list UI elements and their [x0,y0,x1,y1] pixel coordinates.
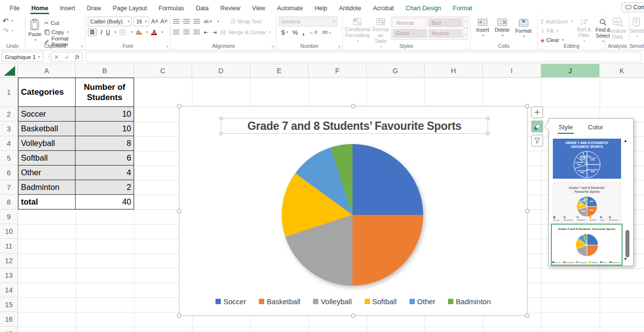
cell-B4[interactable]: 8 [76,136,134,151]
analyze-data-button[interactable]: Analyze Data [606,16,629,40]
pie-slice-basketball[interactable] [352,215,423,286]
bold-button[interactable]: B [88,28,97,36]
underline-button[interactable]: U [106,29,110,36]
currency-button[interactable]: $ [281,29,285,36]
row-header-15[interactable]: 15 [0,297,18,312]
undo-icon[interactable]: ↶ [2,17,9,25]
cell-A6[interactable]: Other [18,166,76,180]
tab-data[interactable]: Data [190,3,215,15]
tab-draw[interactable]: Draw [81,3,107,15]
cut-button[interactable]: ✂Cut [44,19,83,27]
insert-function-icon[interactable]: fx [75,53,79,61]
decrease-font-icon[interactable]: A˅ [160,18,168,25]
cell-B2[interactable]: 10 [76,107,134,122]
style-chip-neutral[interactable]: Neutral [428,29,463,38]
row-header-13[interactable]: 13 [0,268,18,283]
font-size-combo[interactable]: 16▾ [134,17,149,26]
gallery-more-icon[interactable]: ▾ [465,33,467,37]
scrollbar-up-icon[interactable]: ▲ [624,139,627,143]
redo-icon[interactable]: ↷ [2,26,9,35]
cell-B7[interactable]: 2 [76,180,134,195]
chart-elements-button[interactable] [531,106,543,118]
column-header-D[interactable]: D [192,64,250,78]
sensitivity-button[interactable]: Sensit▾ [629,16,644,39]
tab-home[interactable]: Home [25,3,54,15]
title-handle[interactable] [486,132,489,135]
align-center-icon[interactable] [183,30,190,35]
cell-A7[interactable]: Badminton [18,180,76,195]
clipboard-dialog-launcher[interactable]: ↘ [80,44,83,48]
decrease-indent-icon[interactable]: ⇤ [204,29,208,36]
title-handle[interactable] [219,117,223,120]
alignment-dialog-launcher[interactable]: ↘ [271,44,274,48]
column-header-K[interactable]: K [600,64,644,78]
column-header-A[interactable]: A [18,64,76,78]
legend-item-other[interactable]: Other [410,297,436,306]
pie-slice-basketball[interactable] [587,245,598,256]
column-header-G[interactable]: G [367,64,425,78]
row-header-12[interactable]: 12 [0,253,18,268]
font-color-button[interactable]: A [151,29,157,35]
chart-handle[interactable] [525,104,529,108]
row-header-8[interactable]: 8 [0,195,18,209]
tab-page-layout[interactable]: Page Layout [107,3,153,15]
number-format-combo[interactable]: General▾ [279,17,337,26]
legend-item-volleyball[interactable]: Volleyball [313,297,351,306]
fill-color-button[interactable] [136,30,142,35]
tab-file[interactable]: File [4,3,25,15]
tab-view[interactable]: View [246,3,271,15]
tab-acrobat[interactable]: Acrobat [367,3,400,15]
column-header-J[interactable]: J [541,64,600,78]
cell-A2[interactable]: Soccer [18,107,76,122]
decrease-decimal-button[interactable]: .00→ [321,30,332,35]
title-handle[interactable] [219,132,223,135]
column-header-I[interactable]: I [483,64,541,78]
cell-B5[interactable]: 6 [76,151,134,166]
tab-style[interactable]: Style [559,124,573,131]
merge-center-button[interactable]: Merge & Center▾ [220,29,271,35]
tab-formulas[interactable]: Formulas [153,3,190,15]
row-header-17[interactable]: 17 [0,327,18,332]
pie-slice-soccer[interactable] [352,144,423,215]
style-chip-bad[interactable]: Bad [428,18,463,27]
style-chip-normal[interactable]: Normal [392,18,427,27]
legend-item-badminton[interactable]: Badminton [448,297,491,306]
chart-filters-button[interactable] [531,135,543,146]
autosum-button[interactable]: ΣAutoSum▾ [541,18,573,25]
row-header-5[interactable]: 5 [0,151,18,166]
style-thumbnail-3-selected[interactable]: Grade 7 and 8 Students’ Favourite Sports… [551,224,623,266]
tab-chart-design[interactable]: Chart Design [400,3,447,15]
comma-style-button[interactable]: , [302,28,304,37]
tab-format[interactable]: Format [447,3,478,15]
scrollbar-down-icon[interactable]: ▼ [624,257,627,261]
chart-legend[interactable]: SoccerBasketballVolleyballSoftballOtherB… [179,297,527,306]
gallery-up-icon[interactable]: ▴ [465,19,467,22]
row-header-6[interactable]: 6 [0,166,18,180]
wrap-text-button[interactable]: Wrap Text [231,19,261,24]
delete-cells-button[interactable]: Delete▾ [495,17,509,39]
increase-indent-icon[interactable]: ⇥ [212,29,216,36]
italic-button[interactable]: I [100,28,102,36]
pie-chart[interactable] [280,143,425,287]
tab-review[interactable]: Review [215,3,246,15]
cell-A1[interactable]: Categories [18,78,76,107]
legend-item-soccer[interactable]: Soccer [215,297,246,306]
row-header-7[interactable]: 7 [0,180,18,195]
column-header-C[interactable]: C [134,64,192,78]
chart-handle[interactable] [351,104,355,108]
tab-color[interactable]: Color [588,124,603,131]
tab-help[interactable]: Help [309,3,333,15]
row-header-1[interactable]: 1 [0,78,18,107]
number-dialog-launcher[interactable]: ↘ [337,44,341,48]
legend-item-basketball[interactable]: Basketball [259,297,300,306]
align-top-icon[interactable] [173,19,179,24]
tab-automate[interactable]: Automate [271,3,309,15]
style-thumbnail-1[interactable]: GRADE 7 AND 8 STUDENTS’ FAVOURITE SPORTS… [553,139,621,179]
row-header-10[interactable]: 10 [0,224,18,239]
tab-antidote[interactable]: Antidote [333,3,367,15]
cell-styles-gallery[interactable]: Normal Bad Good Neutral ▴▾▾ [391,17,468,40]
row-header-11[interactable]: 11 [0,239,18,253]
select-all-button[interactable] [0,64,18,78]
comments-button[interactable]: Com [622,2,644,12]
font-dialog-launcher[interactable]: ↘ [165,44,169,48]
